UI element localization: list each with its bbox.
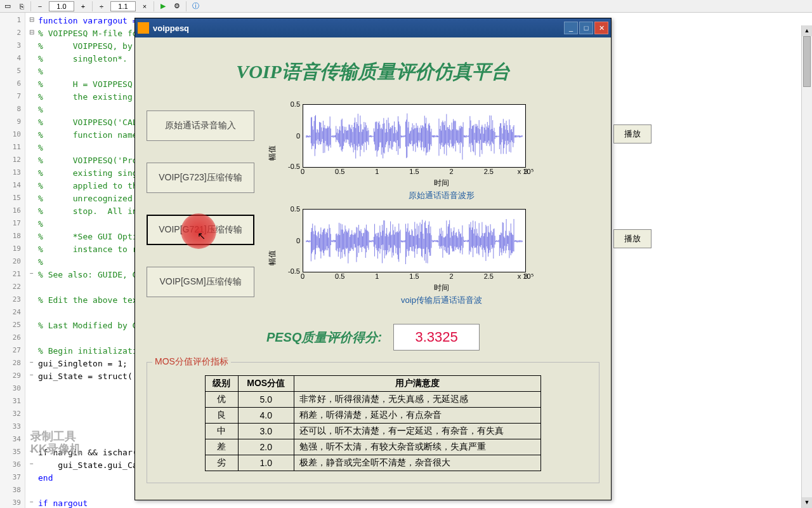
chart-original: 幅值 0.5 0 -0.5 x 10⁵ 00.511.522.53 [267, 104, 599, 201]
maximize-button[interactable]: □ [579, 22, 593, 34]
voippesq-dialog: voippesq _ □ ✕ VOIP语音传输质量评价仿真平台 原始通话录音输入… [134, 18, 612, 500]
vertical-scrollbar[interactable]: ▲ ▼ [801, 25, 812, 508]
run-icon[interactable]: ▶ [158, 1, 168, 11]
scroll-thumb[interactable] [803, 36, 811, 87]
scroll-up-arrow[interactable]: ▲ [802, 25, 812, 36]
chart2-xticks: x 10⁵ 00.511.522.53 [303, 272, 526, 283]
copy-icon[interactable]: ⎘ [16, 1, 27, 11]
pesq-value: 3.3325 [393, 324, 480, 351]
waveform-2 [306, 212, 523, 270]
play-button-1[interactable]: 播放 [613, 124, 652, 144]
new-icon[interactable]: ▭ [3, 1, 13, 11]
fold-column: ⊟⊟−−−−−− [25, 13, 38, 508]
mos-fieldset: MOS分值评价指标 级别MOS分值用户满意度 优5.0非常好，听得很清楚，无失真… [147, 362, 599, 483]
zoom-input-1[interactable] [49, 1, 74, 11]
close-button[interactable]: ✕ [594, 22, 608, 34]
main-title: VOIP语音传输质量评价仿真平台 [147, 59, 599, 85]
waveform-1 [306, 107, 523, 165]
chart1-xlabel: 时间 [284, 178, 599, 189]
chart1-title: 原始通话语音波形 [284, 190, 599, 201]
toolbar: ▭ ⎘ − + ÷ × ▶ ⚙ ⓘ [0, 0, 812, 13]
config-icon[interactable]: ⚙ [172, 1, 182, 11]
zoom-input-2[interactable] [110, 1, 136, 11]
plus-icon[interactable]: + [78, 1, 88, 11]
close-icon[interactable]: × [140, 1, 150, 11]
input-audio-button[interactable]: 原始通话录音输入 [147, 110, 254, 141]
window-title: voippesq [153, 23, 563, 33]
chart2-ylabel: 幅值 [267, 250, 278, 265]
chart-voip: 幅值 0.5 0 -0.5 x 10⁵ 00.511.522.53 [267, 209, 599, 306]
pesq-label: PESQ质量评价得分: [266, 329, 382, 346]
chart2-xlabel: 时间 [284, 283, 599, 293]
chart2-title: voip传输后通话语音波 [284, 295, 599, 306]
mos-legend: MOS分值评价指标 [152, 356, 231, 368]
divide-icon[interactable]: ÷ [96, 1, 107, 11]
minus-icon[interactable]: − [35, 1, 45, 11]
chart2-yticks: 0.5 0 -0.5 [284, 209, 303, 272]
voip-gsm-button[interactable]: VOIP[GSM]压缩传输 [147, 267, 254, 297]
voip-g723-button[interactable]: VOIP[G723]压缩传输 [147, 163, 254, 193]
chart1-axes [303, 104, 526, 168]
scroll-down-arrow[interactable]: ▼ [802, 497, 812, 508]
voip-g721-button[interactable]: VOIP[G721]压缩传输 ↖ [147, 215, 254, 245]
minimize-button[interactable]: _ [564, 22, 578, 34]
chart1-ylabel: 幅值 [267, 145, 278, 161]
info-icon[interactable]: ⓘ [190, 1, 200, 11]
chart2-axes [303, 209, 526, 272]
line-gutter: 1234567891011121314151617181920212223242… [0, 13, 25, 508]
voip-g721-label: VOIP[G721]压缩传输 [159, 224, 242, 236]
play-button-2[interactable]: 播放 [613, 229, 652, 248]
chart1-xticks: x 10⁵ 00.511.522.53 [303, 168, 526, 178]
mos-table: 级别MOS分值用户满意度 优5.0非常好，听得很清楚，无失真感，无延迟感良4.0… [205, 375, 541, 471]
chart1-yticks: 0.5 0 -0.5 [284, 104, 303, 168]
titlebar[interactable]: voippesq _ □ ✕ [135, 18, 611, 37]
app-icon [138, 22, 149, 34]
